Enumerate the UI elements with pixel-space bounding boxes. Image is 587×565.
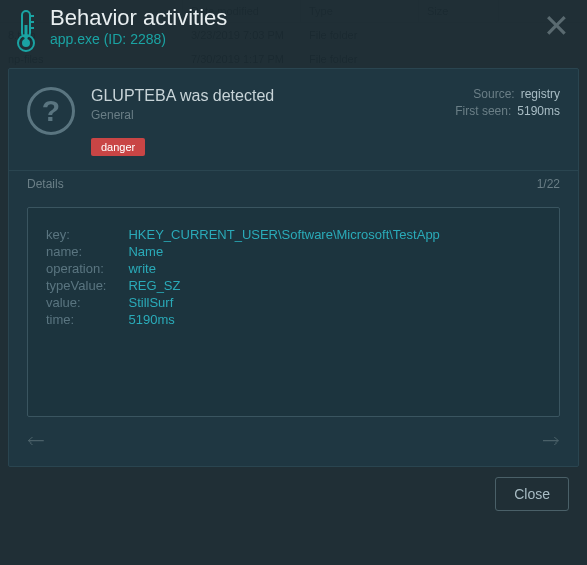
modal-overlay: Behavior activities app.exe (ID: 2288) ✕… xyxy=(0,0,587,565)
close-icon[interactable]: ✕ xyxy=(538,5,575,47)
source-value: registry xyxy=(521,87,560,101)
question-icon: ? xyxy=(27,87,75,135)
details-body: key:HKEY_CURRENT_USER\Software\Microsoft… xyxy=(27,207,560,417)
detection-title: GLUPTEBA was detected xyxy=(91,87,439,105)
firstseen-value: 5190ms xyxy=(517,104,560,118)
next-arrow-icon[interactable]: 🡒 xyxy=(542,431,560,452)
pager-count: 1/22 xyxy=(537,177,560,191)
detection-panel: ? GLUPTEBA was detected General danger S… xyxy=(8,68,579,467)
svg-rect-6 xyxy=(25,25,28,43)
status-badge: danger xyxy=(91,138,145,156)
firstseen-label: First seen: xyxy=(455,104,511,118)
modal-subtitle: app.exe (ID: 2288) xyxy=(50,31,528,47)
category-label: General xyxy=(91,108,439,122)
prev-arrow-icon[interactable]: 🡐 xyxy=(27,431,45,452)
source-label: Source: xyxy=(473,87,514,101)
thermometer-icon xyxy=(12,7,40,57)
close-button[interactable]: Close xyxy=(495,477,569,511)
modal-title: Behavior activities xyxy=(50,5,528,31)
details-heading: Details xyxy=(27,177,64,191)
